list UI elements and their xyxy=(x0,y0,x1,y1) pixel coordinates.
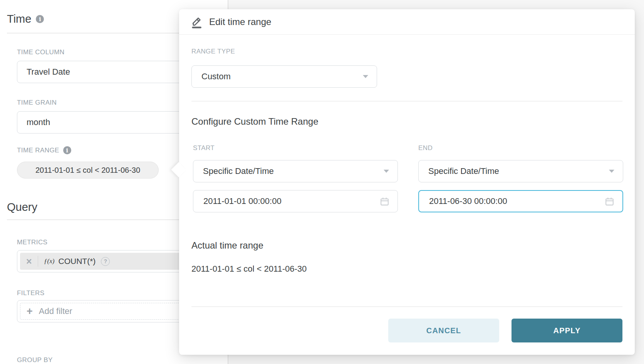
time-range-label: TIME RANGE i xyxy=(17,146,71,154)
explore-page: Time i TIME COLUMN Travel Date TIME GRAI… xyxy=(0,0,644,364)
function-icon: ƒ(x) xyxy=(44,257,54,265)
start-type-value: Specific Date/Time xyxy=(203,166,274,176)
time-section-title: Time i xyxy=(7,13,44,25)
metric-help-icon[interactable]: ? xyxy=(101,257,110,266)
add-filter-text: Add filter xyxy=(39,306,72,316)
plus-icon: + xyxy=(27,306,33,317)
calendar-icon[interactable] xyxy=(379,196,390,207)
calendar-icon[interactable] xyxy=(604,196,615,207)
range-type-label: RANGE TYPE xyxy=(191,48,235,55)
footer-divider xyxy=(191,306,622,307)
actual-time-range-heading: Actual time range xyxy=(191,240,263,251)
time-range-info-icon[interactable]: i xyxy=(63,146,71,154)
remove-metric-icon[interactable]: × xyxy=(26,257,32,266)
metric-name: COUNT(*) xyxy=(58,257,96,266)
time-column-label: TIME COLUMN xyxy=(17,48,64,56)
time-column-value: Travel Date xyxy=(27,67,70,77)
chevron-down-icon xyxy=(384,170,389,173)
metric-separator xyxy=(38,256,39,267)
start-type-select[interactable]: Specific Date/Time xyxy=(193,160,398,182)
end-type-value: Specific Date/Time xyxy=(428,166,499,176)
time-range-pill-value: 2011-01-01 ≤ col < 2011-06-30 xyxy=(35,166,140,175)
popover-title: Edit time range xyxy=(209,17,271,27)
configure-heading: Configure Custom Time Range xyxy=(191,116,318,127)
chevron-down-icon xyxy=(363,75,368,78)
time-range-label-text: TIME RANGE xyxy=(17,147,59,154)
start-datetime-input[interactable] xyxy=(195,196,379,207)
time-grain-label: TIME GRAIN xyxy=(17,99,57,107)
start-label: START xyxy=(193,144,215,152)
metrics-label: METRICS xyxy=(17,239,47,246)
end-datetime-input[interactable] xyxy=(421,196,604,207)
chevron-down-icon xyxy=(609,170,614,173)
start-datetime-field xyxy=(193,190,398,212)
edit-pencil-icon xyxy=(191,15,203,28)
time-info-icon[interactable]: i xyxy=(36,15,44,23)
group-by-label: GROUP BY xyxy=(17,356,53,364)
time-range-pill[interactable]: 2011-01-01 ≤ col < 2011-06-30 xyxy=(17,162,159,179)
time-grain-value: month xyxy=(27,117,50,127)
cancel-button[interactable]: CANCEL xyxy=(388,319,499,342)
end-datetime-field xyxy=(418,190,623,212)
end-label: END xyxy=(418,144,433,152)
edit-time-range-popover: Edit time range RANGE TYPE Custom Config… xyxy=(179,9,635,355)
query-section-title: Query xyxy=(7,201,37,214)
range-type-value: Custom xyxy=(201,72,231,82)
range-type-select[interactable]: Custom xyxy=(191,65,377,88)
apply-button[interactable]: APPLY xyxy=(512,319,622,342)
filters-label: FILTERS xyxy=(17,289,44,297)
actual-time-range-value: 2011-01-01 ≤ col < 2011-06-30 xyxy=(191,264,307,274)
time-section-label: Time xyxy=(7,13,31,25)
section-divider xyxy=(191,101,622,102)
popover-header: Edit time range xyxy=(179,9,635,35)
end-type-select[interactable]: Specific Date/Time xyxy=(418,160,623,182)
query-section-label: Query xyxy=(7,201,37,214)
